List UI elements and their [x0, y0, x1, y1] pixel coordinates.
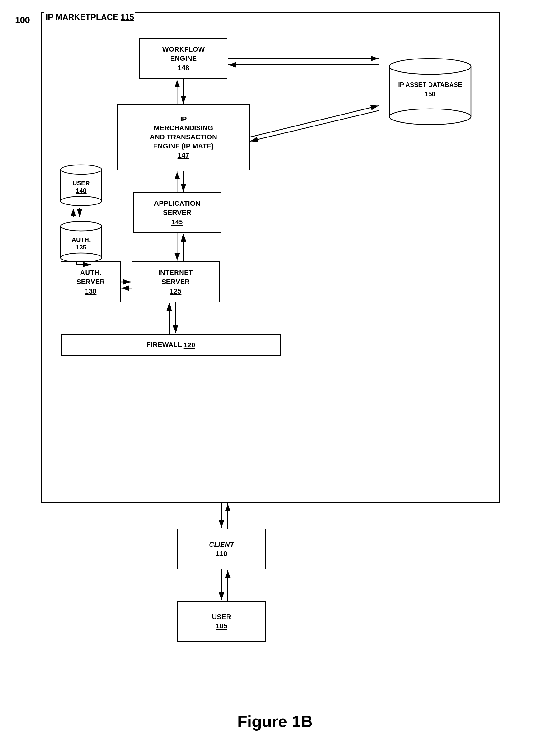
user-bottom-box: USER 105	[177, 601, 266, 642]
app-server-number: 145	[171, 218, 183, 226]
ip-merchandising-label: IPMERCHANDISINGAND TRANSACTIONENGINE (IP…	[150, 115, 217, 151]
client-number: 110	[216, 550, 227, 558]
firewall-label: FIREWALL	[147, 340, 184, 350]
user-cylinder-svg: USER 140	[59, 161, 103, 208]
internet-server-box: INTERNETSERVER 125	[132, 261, 220, 302]
workflow-engine-label: WORKFLOWENGINE	[162, 45, 205, 63]
app-server-box: APPLICATIONSERVER 145	[133, 192, 221, 233]
auth-cylinder-svg: AUTH. 135	[59, 217, 103, 265]
svg-line-22	[250, 110, 379, 141]
svg-point-12	[61, 253, 102, 262]
page-container: 100 IP MARKETPLACE 115 WORKFLOWENGINE 14…	[0, 0, 550, 756]
svg-text:AUTH.: AUTH.	[71, 236, 91, 243]
auth-server-label: AUTH.SERVER	[76, 268, 105, 286]
firewall-number: 120	[184, 341, 195, 349]
auth-server-box: AUTH.SERVER 130	[61, 261, 121, 302]
user-cylinder-container: USER 140	[59, 161, 103, 208]
user-bottom-label: USER	[212, 613, 231, 622]
user-bottom-number: 105	[216, 622, 227, 630]
figure-caption: Figure 1B	[237, 712, 313, 731]
svg-point-6	[61, 165, 102, 174]
ip-marketplace-box: IP MARKETPLACE 115 WORKFLOWENGINE 148 IP…	[41, 12, 500, 503]
app-server-label: APPLICATIONSERVER	[154, 199, 200, 217]
ip-merchandising-number: 147	[178, 151, 189, 160]
svg-point-2	[389, 109, 471, 125]
svg-text:USER: USER	[72, 180, 90, 187]
svg-text:140: 140	[76, 187, 86, 194]
ip-asset-db-svg: IP ASSET DATABASE 150	[386, 54, 474, 126]
svg-text:150: 150	[425, 91, 435, 98]
client-box: CLIENT 110	[177, 529, 266, 569]
workflow-engine-box: WORKFLOWENGINE 148	[139, 38, 227, 79]
auth-cylinder-container: AUTH. 135	[59, 217, 103, 265]
client-label: CLIENT	[209, 540, 234, 549]
internet-server-number: 125	[170, 287, 182, 295]
svg-point-1	[389, 59, 471, 74]
svg-line-21	[250, 106, 379, 137]
svg-point-7	[61, 196, 102, 206]
svg-text:IP ASSET DATABASE: IP ASSET DATABASE	[398, 81, 462, 88]
auth-server-number: 130	[85, 287, 97, 295]
firewall-box: FIREWALL 120	[61, 334, 281, 356]
svg-point-11	[61, 221, 102, 231]
ip-marketplace-label: IP MARKETPLACE 115	[44, 12, 135, 22]
internet-server-label: INTERNETSERVER	[158, 268, 193, 286]
svg-text:135: 135	[76, 244, 86, 251]
ip-merchandising-box: IPMERCHANDISINGAND TRANSACTIONENGINE (IP…	[117, 104, 250, 170]
ip-asset-db-container: IP ASSET DATABASE 150	[386, 54, 474, 126]
figure-number: 100	[15, 15, 30, 25]
workflow-engine-number: 148	[178, 64, 189, 72]
